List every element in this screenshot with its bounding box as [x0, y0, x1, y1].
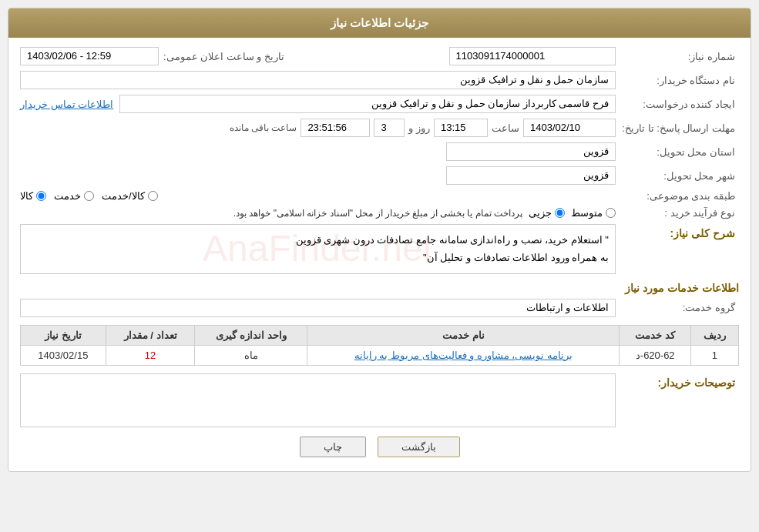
city-row: شهر محل تحویل: قزوین — [20, 166, 739, 185]
buyer-desc-label: توصیحات خریدار: — [616, 376, 739, 389]
city-value: قزوین — [446, 166, 616, 185]
category-kala-label: کالا — [20, 190, 33, 202]
category-label: طبقه بندی موضوعی: — [616, 190, 739, 202]
services-table-section: ردیف کد خدمت نام خدمت واحد اندازه گیری ت… — [20, 325, 739, 366]
process-motavaset-radio[interactable] — [606, 208, 616, 218]
description-row: شرح کلی نیاز: AnaFinder.net " استعلام خر… — [20, 224, 739, 274]
print-button[interactable]: چاپ — [300, 437, 366, 457]
process-motavaset-option: متوسط — [571, 207, 616, 219]
deadline-group: 1403/02/10 ساعت 13:15 روز و 3 23:51:56 س… — [20, 119, 616, 137]
main-card: جزئیات اطلاعات نیاز شماره نیاز: 11030911… — [8, 8, 751, 472]
col-header-name: نام خدمت — [307, 325, 620, 345]
category-kala-khadamat-radio[interactable] — [148, 191, 158, 201]
deadline-time-label: ساعت — [492, 122, 519, 134]
cell-date: 1403/02/15 — [21, 345, 106, 365]
process-group: متوسط جزیی پرداخت تمام یا بخشی از مبلغ خ… — [20, 207, 616, 219]
col-header-code: کد خدمت — [620, 325, 691, 345]
buyer-org-value: سازمان حمل و نقل و ترافیک قزوین — [20, 71, 616, 89]
buyer-org-row: نام دستگاه خریدار: سازمان حمل و نقل و تر… — [20, 71, 739, 89]
contact-link[interactable]: اطلاعات تماس خریدار — [20, 99, 113, 110]
announce-label: تاریخ و ساعت اعلان عمومی: — [163, 51, 288, 62]
cell-name[interactable]: برنامه نویسی، مشاوره و فعالیت‌های مربوط … — [307, 345, 620, 365]
col-header-unit: واحد اندازه گیری — [195, 325, 307, 345]
page-wrapper: جزئیات اطلاعات نیاز شماره نیاز: 11030911… — [0, 0, 759, 532]
category-khadamat-label: خدمت — [54, 190, 81, 202]
province-value: قزوین — [446, 142, 616, 161]
service-group-row: گروه خدمت: اطلاعات و ارتباطات — [20, 299, 739, 317]
days-value: 3 — [374, 119, 405, 137]
service-group-value: اطلاعات و ارتباطات — [20, 299, 616, 317]
table-row: 1 620-62-د برنامه نویسی، مشاوره و فعالیت… — [21, 345, 739, 365]
process-jozi-label: جزیی — [529, 207, 552, 219]
cell-unit: ماه — [195, 345, 307, 365]
creator-value: فرح قاسمی کاربرداز سازمان حمل و نقل و تر… — [119, 95, 616, 113]
category-kala-radio[interactable] — [36, 191, 46, 201]
process-jozi-option: جزیی — [529, 207, 565, 219]
deadline-label: مهلت ارسال پاسخ: تا تاریخ: — [616, 122, 739, 134]
btn-row: بازگشت چاپ — [20, 437, 739, 457]
deadline-date: 1403/02/10 — [523, 119, 616, 137]
time-remaining: 23:51:56 — [301, 119, 370, 137]
remaining-label: ساعت باقی مانده — [230, 122, 297, 133]
category-radio-group: کالا/خدمت خدمت کالا — [20, 190, 616, 202]
category-kala-option: کالا — [20, 190, 46, 202]
col-header-count: تعداد / مقدار — [106, 325, 195, 345]
category-row: طبقه بندی موضوعی: کالا/خدمت خدمت کالا — [20, 190, 739, 202]
need-number-label: شماره نیاز: — [616, 51, 739, 62]
announce-value: 1403/02/06 - 12:59 — [20, 47, 159, 65]
process-jozi-radio[interactable] — [555, 208, 565, 218]
cell-code: 620-62-د — [620, 345, 691, 365]
creator-row: ایجاد کننده درخواست: فرح قاسمی کاربرداز … — [20, 95, 739, 113]
category-kala-khadamat-option: کالا/خدمت — [102, 190, 158, 202]
province-label: استان محل تحویل: — [616, 146, 739, 158]
process-note: پرداخت تمام یا بخشی از مبلغ خریدار از مح… — [233, 208, 522, 219]
process-motavaset-label: متوسط — [571, 207, 603, 219]
buyer-desc-row: توصیحات خریدار: — [20, 373, 739, 427]
page-title: جزئیات اطلاعات نیاز — [331, 16, 428, 29]
category-kala-khadamat-label: کالا/خدمت — [102, 190, 145, 202]
category-khadamat-radio[interactable] — [84, 191, 94, 201]
days-label: روز و — [408, 122, 430, 134]
category-khadamat-option: خدمت — [54, 190, 94, 202]
description-label: شرح کلی نیاز: — [616, 227, 739, 239]
col-header-row: ردیف — [690, 325, 738, 345]
city-label: شهر محل تحویل: — [616, 170, 739, 182]
description-box: AnaFinder.net " استعلام خرید، نصب و راه‌… — [20, 224, 616, 274]
back-button[interactable]: بازگشت — [378, 437, 460, 457]
process-row: نوع فرآیند خرید : متوسط جزیی پرداخت تمام… — [20, 207, 739, 219]
creator-label: ایجاد کننده درخواست: — [616, 99, 739, 110]
cell-count: 12 — [106, 345, 195, 365]
card-body: شماره نیاز: 1103091174000001 تاریخ و ساع… — [8, 38, 751, 471]
buyer-org-label: نام دستگاه خریدار: — [616, 75, 739, 86]
col-header-date: تاریخ نیاز — [21, 325, 106, 345]
card-header: جزئیات اطلاعات نیاز — [8, 8, 751, 38]
process-label: نوع فرآیند خرید : — [616, 207, 739, 219]
table-header-row: ردیف کد خدمت نام خدمت واحد اندازه گیری ت… — [21, 325, 739, 345]
need-number-row: شماره نیاز: 1103091174000001 تاریخ و ساع… — [20, 47, 739, 65]
deadline-time: 13:15 — [434, 119, 488, 137]
need-number-value: 1103091174000001 — [449, 47, 616, 65]
services-section-title: اطلاعات خدمات مورد نیاز — [20, 282, 739, 294]
services-table: ردیف کد خدمت نام خدمت واحد اندازه گیری ت… — [20, 325, 739, 366]
watermark: AnaFinder.net — [203, 216, 433, 282]
deadline-row: مهلت ارسال پاسخ: تا تاریخ: 1403/02/10 سا… — [20, 119, 739, 137]
table-body: 1 620-62-د برنامه نویسی، مشاوره و فعالیت… — [21, 345, 739, 365]
buyer-desc-textarea[interactable] — [20, 373, 616, 427]
cell-row: 1 — [690, 345, 738, 365]
province-row: استان محل تحویل: قزوین — [20, 142, 739, 161]
description-text: " استعلام خرید، نصب و راه‌اندازی سامانه … — [296, 234, 609, 263]
service-group-label: گروه خدمت: — [616, 302, 739, 313]
